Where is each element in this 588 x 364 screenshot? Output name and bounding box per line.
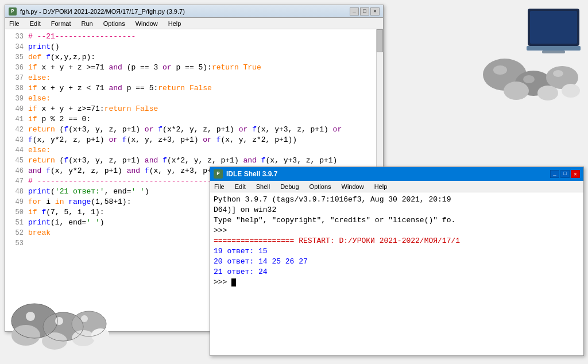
svg-point-9 [562,84,580,98]
code-content: if x + y + z>=71:return False [28,104,381,114]
shell-menu-help[interactable]: Help [373,183,389,190]
close-button[interactable]: ✕ [370,7,380,16]
code-content: # --21------------------ [28,32,381,42]
line-number: 37 [7,73,24,83]
svg-point-21 [55,317,63,325]
svg-point-7 [504,82,529,100]
line-number: 51 [7,218,24,228]
line-number: 38 [7,83,24,94]
shell-title-bar: P IDLE Shell 3.9.7 _ □ ✕ [210,167,583,181]
line-number: 33 [7,32,24,42]
code-content: else: [28,145,381,156]
menu-file[interactable]: File [7,20,21,27]
shell-line: >>> [214,226,580,236]
menu-options[interactable]: Options [102,20,127,27]
code-content: f(x, y*2, z, p+1) or f(x, y, z+3, p+1) o… [28,135,381,145]
line-number: 40 [7,104,24,114]
svg-rect-1 [530,11,577,44]
line-number: 53 [7,238,24,249]
svg-point-20 [26,312,35,321]
code-content: return (f(x+3, y, z, p+1) and f(x*2, y, … [28,156,381,166]
shell-window-controls: _ □ ✕ [550,170,580,178]
maximize-button[interactable]: □ [360,7,369,16]
code-content: if p % 2 == 0: [28,114,381,125]
shell-menu-debug[interactable]: Debug [278,183,300,190]
code-content: def f(x,y,z,p): [28,52,381,63]
shell-line: 21 ответ: 24 [214,267,580,277]
svg-point-12 [553,70,563,77]
line-number: 50 [7,207,24,218]
minimize-button[interactable]: _ [350,7,359,16]
deco-bottom-left [9,264,109,355]
code-line: 43 f(x, y*2, z, p+1) or f(x, y, z+3, p+1… [5,135,383,145]
shell-line: Type "help", "copyright", "credits" or "… [214,215,580,226]
menu-run[interactable]: Run [80,20,95,27]
scrollbar-thumb[interactable] [377,29,383,52]
cursor [231,278,236,286]
code-content: else: [28,94,381,104]
editor-menu-bar: File Edit Format Run Options Window Help [5,18,383,29]
line-number: 36 [7,63,24,73]
code-line: 44 else: [5,145,383,156]
code-line: 39 else: [5,94,383,104]
shell-close-button[interactable]: ✕ [571,170,580,178]
code-content: if x + y + z < 71 and p == 5:return Fals… [28,83,381,94]
line-number: 45 [7,156,24,166]
svg-rect-3 [542,51,565,53]
svg-point-10 [493,65,507,75]
shell-line: >>> [214,277,580,288]
shell-minimize-button[interactable]: _ [550,170,559,178]
code-line: 42 return (f(x+3, y, z, p+1) or f(x*2, y… [5,125,383,135]
line-number: 35 [7,52,24,63]
shell-line: 19 ответ: 15 [214,246,580,257]
shell-menu-window[interactable]: Window [340,183,366,190]
editor-icon: P [9,7,17,16]
shell-content[interactable]: Python 3.9.7 (tags/v3.9.7:1016ef3, Aug 3… [210,192,583,355]
line-number: 43 [7,135,24,145]
shell-window[interactable]: P IDLE Shell 3.9.7 _ □ ✕ File Edit Shell… [210,166,584,356]
deco-top-right [482,6,582,103]
menu-edit[interactable]: Edit [28,20,42,27]
line-number: 39 [7,94,24,104]
line-number: 34 [7,42,24,52]
menu-window[interactable]: Window [134,20,160,27]
code-content: return (f(x+3, y, z, p+1) or f(x*2, y, z… [28,125,381,135]
svg-rect-2 [527,46,581,51]
shell-line: 20 ответ: 14 25 26 27 [214,257,580,267]
shell-menu-options[interactable]: Options [308,183,333,190]
code-line: 40 if x + y + z>=71:return False [5,104,383,114]
line-number: 49 [7,197,24,207]
code-content: print() [28,42,381,52]
code-line: 37 else: [5,73,383,83]
shell-title: IDLE Shell 3.9.7 [226,170,277,178]
shell-maximize-button[interactable]: □ [560,170,570,178]
editor-title-bar: P fgh.py - D:/УРОКИ 2021-2022/МОЯ/17/17_… [5,5,383,18]
line-number: 44 [7,145,24,156]
code-line: 34print() [5,42,383,52]
code-line: 41 if p % 2 == 0: [5,114,383,125]
shell-menu-edit[interactable]: Edit [233,183,247,190]
line-number: 47 [7,176,24,187]
menu-help[interactable]: Help [167,20,183,27]
shell-menu-file[interactable]: File [212,183,226,190]
code-line: 33# --21------------------ [5,32,383,42]
shell-line: Python 3.9.7 (tags/v3.9.7:1016ef3, Aug 3… [214,195,580,205]
shell-icon: P [214,169,223,179]
line-number: 46 [7,166,24,176]
line-number: 48 [7,187,24,197]
shell-menu-shell[interactable]: Shell [254,183,272,190]
svg-point-19 [91,328,109,342]
line-number: 52 [7,228,24,238]
code-line: 35def f(x,y,z,p): [5,52,383,63]
shell-line: ================== RESTART: D:/УРОКИ 202… [214,236,580,246]
svg-point-8 [537,86,558,100]
line-number: 41 [7,114,24,125]
code-line: 38 if x + y + z < 71 and p == 5:return F… [5,83,383,94]
svg-point-16 [11,325,40,346]
editor-title: fgh.py - D:/УРОКИ 2021-2022/МОЯ/17/17_P/… [20,8,185,15]
menu-format[interactable]: Format [49,20,73,27]
code-line: 45 return (f(x+3, y, z, p+1) and f(x*2, … [5,156,383,166]
code-content: else: [28,73,381,83]
window-controls: _ □ ✕ [350,7,380,16]
shell-line: D64)] on win32 [214,205,580,215]
